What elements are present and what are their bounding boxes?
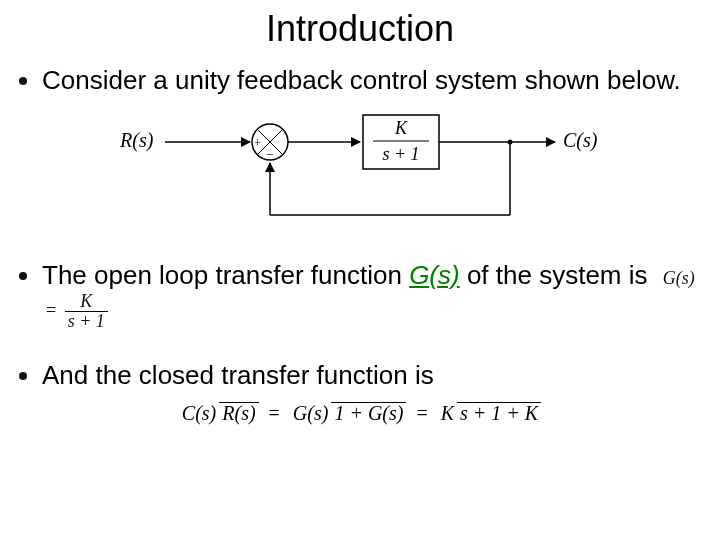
cl-rhs: K s + 1 + K [438, 402, 541, 424]
cl-mid-den: 1 + G(s) [331, 402, 406, 424]
cl-rhs-num: K [438, 403, 457, 424]
bullet-3-text: And the closed transfer function is [42, 360, 434, 390]
sum-plus: + [254, 135, 261, 150]
bullet-2-text: The open loop transfer function G(s) of … [42, 260, 655, 290]
bullet-list: Consider a unity feedback control system… [22, 64, 698, 97]
bullet-3: And the closed transfer function is [42, 359, 698, 392]
cl-lhs-num: C(s) [179, 403, 219, 424]
bullet-1-text: Consider a unity feedback control system… [42, 64, 698, 97]
block-denominator: s + 1 [382, 144, 419, 164]
cl-lhs: C(s) R(s) [179, 402, 259, 424]
ol-frac: K s + 1 [65, 292, 108, 331]
output-label: C(s) [563, 129, 598, 152]
gs-highlight: G(s) [409, 260, 460, 290]
ol-den: s + 1 [65, 311, 108, 331]
page-title: Introduction [22, 8, 698, 50]
block-diagram: R(s) + − K s + 1 C(s) [22, 107, 698, 237]
cl-mid: G(s) 1 + G(s) [290, 402, 407, 424]
bullet-2-suffix: of the system is [460, 260, 648, 290]
slide: Introduction Consider a unity feedback c… [0, 0, 720, 540]
cl-lhs-den: R(s) [219, 402, 258, 424]
bullet-2-prefix: The open loop transfer function [42, 260, 409, 290]
sum-minus: − [266, 147, 273, 162]
closed-loop-formula: C(s) R(s) = G(s) 1 + G(s) = K s + 1 + K [22, 402, 698, 425]
cl-eq2: = [412, 402, 431, 425]
bullet-1: Consider a unity feedback control system… [42, 64, 698, 97]
bullet-list-2: The open loop transfer function G(s) of … [22, 259, 698, 332]
input-label: R(s) [119, 129, 154, 152]
block-numerator: K [394, 118, 408, 138]
bullet-2: The open loop transfer function G(s) of … [42, 259, 698, 332]
cl-mid-num: G(s) [290, 403, 332, 424]
ol-eq: = [42, 300, 60, 320]
feedback-diagram-svg: R(s) + − K s + 1 C(s) [105, 107, 615, 237]
cl-rhs-den: s + 1 + K [457, 402, 541, 424]
cl-eq1: = [265, 402, 284, 425]
bullet-list-3: And the closed transfer function is [22, 359, 698, 392]
ol-lhs: G(s) [663, 268, 695, 288]
ol-num: K [65, 292, 108, 311]
